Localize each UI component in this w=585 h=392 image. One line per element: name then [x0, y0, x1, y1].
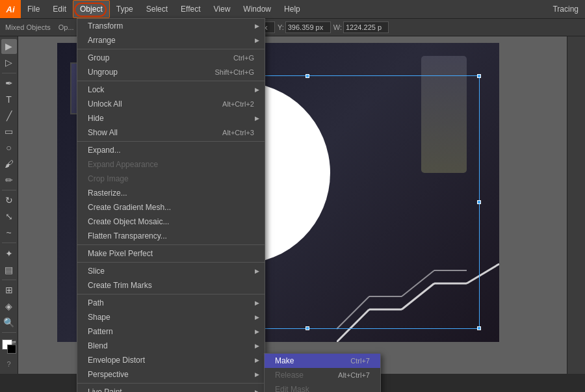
- menu-sep5: [77, 262, 265, 263]
- menu-sep1: [77, 49, 265, 49]
- menu-sep4: [77, 244, 265, 245]
- w-field: W:: [333, 21, 389, 33]
- left-toolbar: ▶ ▷ ✒ T ╱ ▭ ○ 🖌 ✏ ↻ ⤡ ~ ✦ ▤ ⊞ ◈ 🔍 ⇄ ?: [0, 36, 18, 374]
- app-logo[interactable]: Ai: [0, 0, 21, 18]
- tracing-label: Tracing: [552, 5, 585, 14]
- menu-group[interactable]: Group Ctrl+G: [77, 51, 265, 65]
- menu-flatten-transparency[interactable]: Flatten Transparency...: [77, 229, 265, 243]
- svg-line-5: [337, 296, 369, 329]
- background-color[interactable]: [7, 345, 16, 354]
- menu-help[interactable]: Help: [278, 0, 307, 18]
- ellipse-tool[interactable]: ○: [1, 140, 17, 155]
- menu-show-all[interactable]: Show All Alt+Ctrl+3: [77, 125, 265, 140]
- svg-line-7: [402, 270, 434, 296]
- zoom-tool[interactable]: 🔍: [1, 315, 17, 330]
- object-dropdown-menu: Transform Arrange Group Ctrl+G Ungroup S…: [77, 18, 265, 392]
- tool-divider-3: [2, 242, 16, 243]
- release-shortcut: Alt+Ctrl+7: [338, 371, 370, 379]
- pencil-tool[interactable]: ✏: [1, 172, 17, 187]
- ungroup-shortcut: Shift+Ctrl+G: [214, 68, 254, 76]
- show-all-shortcut: Alt+Ctrl+3: [222, 129, 254, 137]
- warp-tool[interactable]: ~: [1, 226, 17, 241]
- clipping-make[interactable]: Make Ctrl+7: [265, 354, 380, 368]
- menu-create-gradient-mesh[interactable]: Create Gradient Mesh...: [77, 200, 265, 215]
- tool-divider-1: [2, 73, 16, 73]
- slice-tool[interactable]: ⊞: [1, 283, 17, 298]
- menu-create-trim-marks[interactable]: Create Trim Marks: [77, 278, 265, 293]
- pen-tool[interactable]: ✒: [1, 76, 17, 91]
- menu-window[interactable]: Window: [237, 0, 278, 18]
- swap-arrows[interactable]: ⇄: [12, 339, 16, 345]
- unlock-shortcut: Alt+Ctrl+2: [222, 100, 254, 108]
- symbol-sprayer-tool[interactable]: ✦: [1, 246, 17, 261]
- menu-object[interactable]: Object: [73, 0, 110, 18]
- svg-line-0: [337, 309, 369, 342]
- mixed-objects-label: Mixed Objects: [3, 23, 53, 31]
- y-label: Y:: [278, 23, 284, 31]
- menu-path[interactable]: Path: [77, 296, 265, 310]
- eraser-tool[interactable]: ◈: [1, 299, 17, 314]
- menu-file[interactable]: File: [21, 0, 46, 18]
- menu-type[interactable]: Type: [110, 0, 140, 18]
- color-area: ⇄: [2, 338, 16, 355]
- menu-live-paint[interactable]: Live Paint: [77, 385, 265, 392]
- op-label: Op...: [56, 23, 77, 31]
- tool-divider-2: [2, 190, 16, 190]
- menu-lock[interactable]: Lock: [77, 83, 265, 97]
- menu-shape[interactable]: Shape: [77, 310, 265, 324]
- menu-hide[interactable]: Hide: [77, 111, 265, 125]
- menu-select[interactable]: Select: [140, 0, 174, 18]
- y-input[interactable]: [285, 21, 331, 33]
- menu-blend[interactable]: Blend: [77, 339, 265, 353]
- paintbrush-tool[interactable]: 🖌: [1, 157, 17, 172]
- scale-tool[interactable]: ⤡: [1, 209, 17, 224]
- menu-envelope-distort[interactable]: Envelope Distort: [77, 353, 265, 367]
- rect-tool[interactable]: ▭: [1, 124, 17, 139]
- w-label: W:: [333, 23, 342, 31]
- menu-create-object-mosaic[interactable]: Create Object Mosaic...: [77, 215, 265, 229]
- menu-expand-appearance: Expand Appearance: [77, 157, 265, 172]
- menu-sep2: [77, 81, 265, 81]
- menu-slice[interactable]: Slice: [77, 264, 265, 278]
- type-tool[interactable]: T: [1, 92, 17, 107]
- rotate-tool[interactable]: ↻: [1, 193, 17, 208]
- menu-sep3: [77, 141, 265, 142]
- right-panel: [567, 36, 585, 374]
- make-shortcut: Ctrl+7: [350, 357, 370, 365]
- group-shortcut: Ctrl+G: [233, 54, 254, 62]
- svg-line-4: [467, 264, 499, 283]
- menu-transform[interactable]: Transform: [77, 19, 265, 33]
- menu-rasterize[interactable]: Rasterize...: [77, 186, 265, 200]
- menu-effect[interactable]: Effect: [174, 0, 207, 18]
- clipping-release: Release Alt+Ctrl+7: [265, 368, 380, 382]
- tool-divider-4: [2, 280, 16, 280]
- menu-view[interactable]: View: [207, 0, 237, 18]
- menu-edit[interactable]: Edit: [46, 0, 73, 18]
- w-input[interactable]: [343, 21, 389, 33]
- person-silhouette: [421, 56, 467, 173]
- menu-unlock-all[interactable]: Unlock All Alt+Ctrl+2: [77, 97, 265, 111]
- direct-select-tool[interactable]: ▷: [1, 55, 17, 70]
- menu-make-pixel-perfect[interactable]: Make Pixel Perfect: [77, 246, 265, 261]
- menubar: Ai File Edit Object Type Select Effect V…: [0, 0, 585, 18]
- y-field: Y:: [278, 21, 331, 33]
- color-box[interactable]: ⇄: [2, 339, 16, 354]
- menubar-items: File Edit Object Type Select Effect View…: [21, 0, 307, 18]
- menu-expand[interactable]: Expand...: [77, 143, 265, 157]
- clipping-edit-mask: Edit Mask: [265, 382, 380, 392]
- menu-crop-image: Crop Image: [77, 172, 265, 186]
- clipping-mask-submenu: Make Ctrl+7 Release Alt+Ctrl+7 Edit Mask: [264, 353, 381, 392]
- menu-sep6: [77, 294, 265, 294]
- column-graph-tool[interactable]: ▤: [1, 262, 17, 277]
- question-mark[interactable]: ?: [1, 356, 17, 371]
- menu-pattern[interactable]: Pattern: [77, 324, 265, 339]
- line-tool[interactable]: ╱: [1, 108, 17, 123]
- menu-ungroup[interactable]: Ungroup Shift+Ctrl+G: [77, 65, 265, 79]
- selection-tool[interactable]: ▶: [1, 39, 17, 54]
- staircase: [337, 257, 499, 342]
- menu-perspective[interactable]: Perspective: [77, 367, 265, 382]
- menu-arrange[interactable]: Arrange: [77, 33, 265, 47]
- svg-line-2: [402, 283, 434, 309]
- menu-sep7: [77, 383, 265, 384]
- tool-divider-5: [2, 332, 16, 333]
